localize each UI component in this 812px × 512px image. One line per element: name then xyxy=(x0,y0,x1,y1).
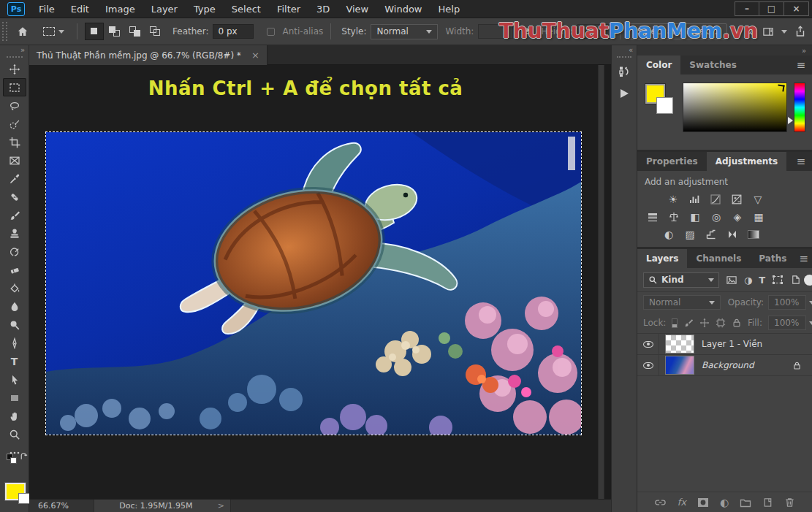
black-white-icon[interactable]: ◧ xyxy=(688,211,702,223)
opacity-select[interactable]: 100% xyxy=(768,295,806,310)
select-and-mask-button[interactable]: Select and Mask... xyxy=(628,23,727,39)
swap-colors-icon[interactable] xyxy=(20,452,29,461)
document-tab[interactable]: Thủ Thuật Phần mềm.jpg @ 66.7% (RGB/8#) … xyxy=(29,45,267,65)
menu-layer[interactable]: Layer xyxy=(143,0,186,18)
layer-effects-icon[interactable]: fx xyxy=(678,497,686,508)
swap-dimensions-icon[interactable] xyxy=(517,21,534,42)
blur-tool[interactable] xyxy=(3,297,26,316)
hue-slider[interactable] xyxy=(794,83,805,132)
threshold-icon[interactable] xyxy=(705,229,718,240)
brightness-contrast-icon[interactable]: ☀ xyxy=(667,194,680,205)
kind-filter-select[interactable]: Kind xyxy=(643,272,719,288)
hand-tool[interactable] xyxy=(3,407,26,425)
panel-menu-icon[interactable]: ≡ xyxy=(790,152,812,171)
crop-tool[interactable] xyxy=(3,133,26,151)
visibility-cell[interactable] xyxy=(637,355,659,375)
clone-stamp-tool[interactable] xyxy=(3,224,26,242)
exposure-icon[interactable] xyxy=(730,194,743,205)
link-layers-icon[interactable] xyxy=(654,497,667,508)
panel-menu-icon[interactable]: ≡ xyxy=(790,56,812,74)
lasso-tool[interactable] xyxy=(3,96,26,115)
toolbar-expand-icon[interactable]: » xyxy=(0,45,29,55)
menu-filter[interactable]: Filter xyxy=(269,0,308,18)
tool-preset-marquee[interactable] xyxy=(38,21,69,42)
layer-name[interactable]: Background xyxy=(702,360,754,370)
layer-filter-toggle[interactable] xyxy=(804,275,812,286)
menu-type[interactable]: Type xyxy=(186,0,224,18)
layer-thumbnail-transparent[interactable] xyxy=(665,335,694,354)
color-lookup-icon[interactable]: ▦ xyxy=(752,211,765,223)
frame-tool[interactable] xyxy=(3,151,26,169)
background-color-swatch-panel[interactable] xyxy=(656,97,673,114)
feather-input[interactable] xyxy=(213,24,254,39)
layer-row-background[interactable]: Background xyxy=(637,355,812,376)
antialias-checkbox[interactable] xyxy=(267,28,275,36)
path-selection-tool[interactable] xyxy=(3,370,26,389)
tab-swatches[interactable]: Swatches xyxy=(680,56,745,74)
image-with-selection[interactable] xyxy=(46,132,581,435)
vibrance-icon[interactable]: ▽ xyxy=(751,194,764,205)
tab-close-icon[interactable]: × xyxy=(251,50,259,61)
hue-saturation-icon[interactable] xyxy=(646,211,659,223)
saturation-brightness-map[interactable] xyxy=(683,83,787,132)
filter-smart-objects-icon[interactable] xyxy=(790,274,801,286)
zoom-level-field[interactable]: 66.67% xyxy=(29,501,94,511)
dodge-tool[interactable] xyxy=(3,316,26,334)
history-brush-tool[interactable] xyxy=(3,242,26,261)
menu-3d[interactable]: 3D xyxy=(308,0,338,18)
delete-layer-icon[interactable] xyxy=(784,497,795,508)
vertical-scrollbar[interactable] xyxy=(598,65,604,499)
gradient-map-icon[interactable] xyxy=(747,229,760,240)
tab-properties[interactable]: Properties xyxy=(637,152,707,171)
rectangular-marquee-tool[interactable] xyxy=(3,78,26,96)
new-group-icon[interactable] xyxy=(740,497,751,508)
new-adjustment-layer-icon[interactable]: ◐ xyxy=(720,497,729,508)
panels-collapse-icon[interactable]: » xyxy=(802,47,806,55)
filter-adjustment-layers-icon[interactable]: ◑ xyxy=(744,275,752,286)
selective-color-icon[interactable] xyxy=(726,229,739,240)
menu-view[interactable]: View xyxy=(338,0,376,18)
share-icon[interactable] xyxy=(794,26,806,37)
chevron-down-icon[interactable] xyxy=(781,30,787,37)
tab-channels[interactable]: Channels xyxy=(687,249,750,268)
photo-filter-icon[interactable]: ◎ xyxy=(710,211,723,223)
new-selection-button[interactable] xyxy=(85,23,104,40)
invert-icon[interactable]: ◐ xyxy=(662,229,675,240)
tab-paths[interactable]: Paths xyxy=(750,249,795,268)
rectangle-tool[interactable] xyxy=(3,389,26,407)
add-layer-mask-icon[interactable] xyxy=(697,497,709,508)
maximize-button[interactable]: □ xyxy=(759,1,784,16)
height-input[interactable] xyxy=(577,24,612,39)
posterize-icon[interactable]: ▨ xyxy=(683,229,697,240)
visibility-cell[interactable] xyxy=(637,334,659,354)
menu-select[interactable]: Select xyxy=(224,0,269,18)
search-icon[interactable] xyxy=(744,26,755,37)
menu-image[interactable]: Image xyxy=(97,0,143,18)
paint-bucket-tool[interactable] xyxy=(3,279,26,297)
width-input[interactable] xyxy=(478,24,513,39)
brush-tool[interactable] xyxy=(3,206,26,224)
intersect-selection-button[interactable] xyxy=(146,23,165,40)
zoom-tool[interactable] xyxy=(3,425,26,443)
workspace-icon[interactable] xyxy=(762,26,774,37)
style-select[interactable]: Normal xyxy=(371,24,438,39)
layer-thumbnail-image[interactable] xyxy=(665,356,694,375)
menu-window[interactable]: Window xyxy=(376,0,430,18)
lock-all-icon[interactable] xyxy=(732,318,742,328)
menu-edit[interactable]: Edit xyxy=(63,0,97,18)
close-button[interactable]: × xyxy=(784,1,809,16)
minimize-button[interactable]: – xyxy=(735,1,759,16)
filter-shape-layers-icon[interactable] xyxy=(772,274,783,286)
eyedropper-tool[interactable] xyxy=(3,169,26,188)
curves-icon[interactable] xyxy=(709,194,722,205)
type-tool[interactable]: T xyxy=(3,352,26,370)
dock-collapse-icon[interactable]: « xyxy=(612,45,637,55)
layer-row-vien[interactable]: Layer 1 - Viền xyxy=(637,334,812,355)
document-size-field[interactable]: Doc: 1.95M/1.95M > xyxy=(94,500,231,512)
add-to-selection-button[interactable] xyxy=(105,23,124,40)
default-colors-icon[interactable] xyxy=(7,454,18,465)
lock-artboard-icon[interactable] xyxy=(716,318,726,328)
panel-menu-icon[interactable]: ≡ xyxy=(795,249,812,268)
status-chevron-icon[interactable]: > xyxy=(218,501,230,511)
filter-pixel-layers-icon[interactable] xyxy=(726,275,737,286)
